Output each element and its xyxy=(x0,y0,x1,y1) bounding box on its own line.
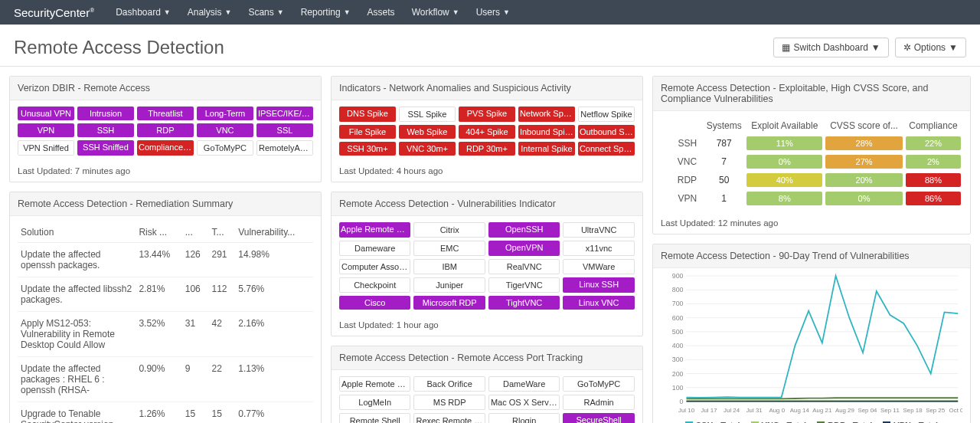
indicator-web-spike[interactable]: Web Spike xyxy=(399,125,456,139)
panel-updated: Last Updated: 4 hours ago xyxy=(332,162,642,182)
chevron-down-icon: ▼ xyxy=(871,42,880,53)
indicator-long-term[interactable]: Long-Term xyxy=(197,107,253,120)
metric-bar: 28% xyxy=(825,136,903,150)
indicator-ms-rdp[interactable]: MS RDP xyxy=(413,395,485,410)
indicator-tightvnc[interactable]: TightVNC xyxy=(488,296,560,310)
indicator-gotomypc[interactable]: GoToMyPC xyxy=(563,376,635,392)
nav-item-users[interactable]: Users▼ xyxy=(476,7,510,18)
table-row[interactable]: Update the affected libssh2 packages.2.8… xyxy=(18,277,313,312)
indicator-remotelyanywhere[interactable]: RemotelyAnywhere xyxy=(256,140,313,156)
table-row[interactable]: SSH78711%28%22% xyxy=(661,134,962,152)
indicator-outbound-spike[interactable]: Outbound Spike xyxy=(578,125,635,139)
indicator-emc[interactable]: EMC xyxy=(413,241,485,256)
nav-item-scans[interactable]: Scans▼ xyxy=(248,7,283,18)
indicator-microsoft-rdp[interactable]: Microsoft RDP xyxy=(413,296,485,310)
indicator-vpn[interactable]: VPN xyxy=(18,123,74,137)
chart-legend: SSH - TotalVNC - TotalRDP - TotalVPN - T… xyxy=(661,419,962,423)
indicator-linux-ssh[interactable]: Linux SSH xyxy=(563,277,635,293)
indicator-apple-remote-desk[interactable]: Apple Remote Desk xyxy=(339,222,410,238)
indicator-dns-spike[interactable]: DNS Spike xyxy=(339,107,396,122)
metric-bar: 11% xyxy=(746,136,822,150)
indicator-rdp-30m-[interactable]: RDP 30m+ xyxy=(459,142,515,156)
indicator-apple-remote-deskto[interactable]: Apple Remote Deskto xyxy=(339,376,410,392)
table-row[interactable]: Upgrade to Tenable SecurityCenter versio… xyxy=(18,402,313,424)
indicator-openvpn[interactable]: OpenVPN xyxy=(488,241,560,256)
indicator-inbound-spike[interactable]: Inbound Spike xyxy=(518,125,575,139)
indicator-back-orifice[interactable]: Back Orifice xyxy=(413,376,485,392)
indicator-netflow-spike[interactable]: Netflow Spike xyxy=(578,107,635,122)
indicator-rlogin[interactable]: Rlogin xyxy=(488,413,560,423)
indicator-404-spike[interactable]: 404+ Spike xyxy=(459,125,515,139)
indicator-ssh[interactable]: SSH xyxy=(77,123,134,137)
indicator-checkpoint[interactable]: Checkpoint xyxy=(339,277,410,293)
indicator-linux-vnc[interactable]: Linux VNC xyxy=(563,296,635,310)
indicator-logmein[interactable]: LogMeIn xyxy=(339,395,410,410)
indicator-openssh[interactable]: OpenSSH xyxy=(488,222,560,238)
metric-bar: 86% xyxy=(906,192,961,205)
panel-title: Verizon DBIR - Remote Access xyxy=(10,77,321,100)
indicator-file-spike[interactable]: File Spike xyxy=(339,125,396,139)
indicator-dameware[interactable]: Dameware xyxy=(339,241,410,256)
svg-text:700: 700 xyxy=(672,300,684,307)
indicator-ssh-sniffed[interactable]: SSH Sniffed xyxy=(77,140,134,156)
indicator-cisco[interactable]: Cisco xyxy=(339,296,410,310)
indicator-ipsec-ike-isakmp[interactable]: IPSEC/IKE/ISAKMP xyxy=(256,107,313,120)
metric-bar: 2% xyxy=(906,155,961,169)
indicator-vnc[interactable]: VNC xyxy=(197,123,253,137)
indicator-ssh-30m-[interactable]: SSH 30m+ xyxy=(339,142,396,156)
indicator-rdp[interactable]: RDP xyxy=(137,123,194,137)
indicator-intrusion[interactable]: Intrusion xyxy=(77,107,134,120)
panel-vulnerabilities-indicator: Remote Access Detection - Vulnerabilitie… xyxy=(331,192,643,336)
table-row[interactable]: VNC70%27%2% xyxy=(661,152,962,171)
svg-text:Sep 04: Sep 04 xyxy=(858,407,877,414)
indicator-citrix[interactable]: Citrix xyxy=(413,222,485,238)
nav-item-workflow[interactable]: Workflow▼ xyxy=(412,7,459,18)
svg-text:Jul 31: Jul 31 xyxy=(746,407,763,414)
indicator-ssl[interactable]: SSL xyxy=(256,123,313,137)
indicator-compliance-fail[interactable]: Compliance Fail xyxy=(137,140,194,156)
indicator-rexec-remote-proce[interactable]: Rexec Remote Proce xyxy=(413,413,485,423)
indicator-juniper[interactable]: Juniper xyxy=(413,277,485,293)
table-row[interactable]: VPN18%0%86% xyxy=(661,189,962,208)
svg-text:400: 400 xyxy=(672,342,684,349)
indicator-ibm[interactable]: IBM xyxy=(413,259,485,274)
page-header: Remote Access Detection ▦ Switch Dashboa… xyxy=(0,25,980,67)
table-row[interactable]: Update the affected packages : RHEL 6 : … xyxy=(18,357,313,402)
indicator-connect-spike[interactable]: Connect Spike xyxy=(578,142,635,156)
indicator-secureshell[interactable]: SecureShell xyxy=(563,413,635,423)
compliance-table: SystemsExploit AvailableCVSS score of...… xyxy=(661,117,962,208)
indicator-dameware[interactable]: DameWare xyxy=(488,376,560,392)
indicator-internal-spike[interactable]: Internal Spike xyxy=(518,142,575,156)
nav-item-dashboard[interactable]: Dashboard▼ xyxy=(116,7,171,18)
nav-item-analysis[interactable]: Analysis▼ xyxy=(188,7,232,18)
indicator-vnc-30m-[interactable]: VNC 30m+ xyxy=(399,142,456,156)
indicator-mac-os-x-server-adm[interactable]: Mac OS X Server adm xyxy=(488,395,560,410)
indicator-remote-shell[interactable]: Remote Shell xyxy=(339,413,410,423)
nav-item-reporting[interactable]: Reporting▼ xyxy=(301,7,351,18)
nav-item-assets[interactable]: Assets xyxy=(368,7,395,18)
svg-text:Aug 21: Aug 21 xyxy=(812,407,832,414)
indicator-realvnc[interactable]: RealVNC xyxy=(488,259,560,274)
top-navbar: SecurityCenter® Dashboard▼Analysis▼Scans… xyxy=(0,0,980,25)
indicator-unusual-vpn[interactable]: Unusual VPN xyxy=(18,107,74,120)
table-row[interactable]: Update the affected openssh packages.13.… xyxy=(18,243,313,277)
panel-verizon-dbir: Verizon DBIR - Remote Access Unusual VPN… xyxy=(9,76,322,182)
indicator-pvs-spike[interactable]: PVS Spike xyxy=(459,107,515,122)
options-button[interactable]: ✲ Options ▼ xyxy=(895,38,966,57)
indicator-threatlist[interactable]: Threatlist xyxy=(137,107,194,120)
indicator-ultravnc[interactable]: UltraVNC xyxy=(563,222,635,238)
indicator-vmware[interactable]: VMWare xyxy=(563,259,635,274)
indicator-vpn-sniffed[interactable]: VPN Sniffed xyxy=(18,140,74,156)
indicator-gotomypc[interactable]: GoToMyPC xyxy=(197,140,253,156)
indicator-computer-associates[interactable]: Computer Associates xyxy=(339,259,410,274)
indicator-ssl-spike[interactable]: SSL Spike xyxy=(399,107,456,122)
indicator-tigervnc[interactable]: TigerVNC xyxy=(488,277,560,293)
table-row[interactable]: RDP5040%20%88% xyxy=(661,171,962,189)
svg-text:800: 800 xyxy=(672,286,684,293)
table-row[interactable]: Apply MS12-053: Vulnerability in Remote … xyxy=(18,312,313,357)
gear-icon: ✲ xyxy=(903,42,911,53)
indicator-x11vnc[interactable]: x11vnc xyxy=(563,241,635,256)
indicator-network-spike[interactable]: Network Spike xyxy=(518,107,575,122)
indicator-radmin[interactable]: RAdmin xyxy=(563,395,635,410)
switch-dashboard-button[interactable]: ▦ Switch Dashboard ▼ xyxy=(773,38,888,57)
